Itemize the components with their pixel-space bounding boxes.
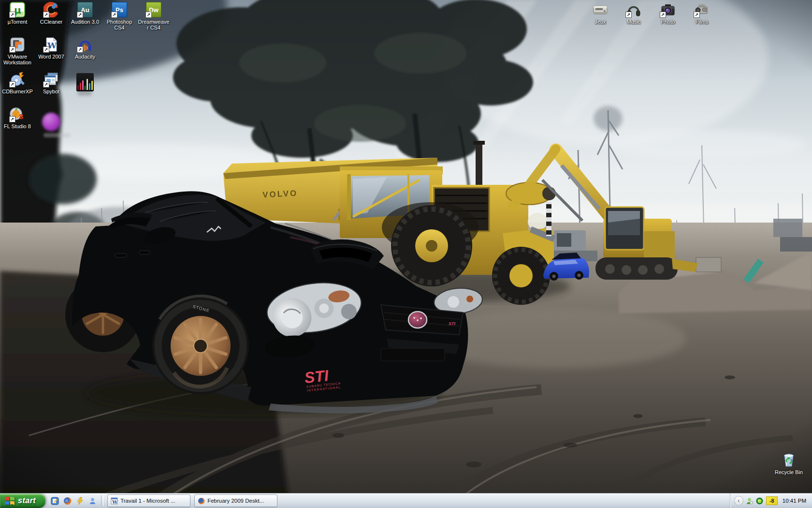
desktop-icon-label: CCleaner [40,19,62,25]
desktop-icon-dreamweaver[interactable]: Dw Dreamweaver CS4 [137,1,170,30]
firefox-icon [198,497,205,505]
shortcut-arrow-icon [77,12,83,18]
camcorder-icon [694,1,710,18]
dreamweaver-icon: Dw [145,1,162,18]
desktop-icon-audition[interactable]: Au Audition 3.0 [69,1,102,25]
taskbar-clock[interactable]: 10:41 PM [783,498,806,504]
desktop-icon-label: Recycle Bin [775,469,803,475]
desktop-icon-flstudio[interactable]: 8 FL Studio 8 [1,106,34,129]
cdburnerxp-icon [9,71,26,88]
desktop-icon-vmware[interactable]: VMware Workstation [1,36,34,65]
utorrent-icon: µ [9,1,26,18]
audacity-icon [77,36,93,53]
messenger-icon[interactable] [88,496,97,505]
icon-reflection [77,90,92,95]
taskbar-window-word[interactable]: W Travail 1 - Microsoft ... [107,494,190,507]
shortcut-arrow-icon [694,12,700,18]
quick-launch-bar [50,496,97,505]
weather-temperature-value: -8 [769,498,774,504]
taskbar-window-firefox[interactable]: February 2009 Deskt... [194,494,277,507]
desktop-icon-audacity[interactable]: Audacity [69,36,102,60]
desktop-icon-label: Dreamweaver CS4 [137,19,170,30]
system-tray: ‹ -8 10:41 PM [730,493,812,508]
desktop-icon-label: µTorrent [8,19,28,25]
desktop-icon-utorrent[interactable]: µ µTorrent [1,1,34,25]
shortcut-arrow-icon [145,12,152,18]
desktop-root: { "desktop": { "icons_left": [ {"name":"… [0,0,812,508]
winamp-icon[interactable] [75,496,84,505]
start-button[interactable]: start [0,493,45,508]
shortcut-arrow-icon [111,12,117,18]
desktop-icon-word2007[interactable]: W Word 2007 [35,36,68,60]
word-document-icon: W [111,497,118,505]
svg-text:W: W [112,499,118,505]
shortcut-arrow-icon [660,12,666,18]
headphones-icon [625,1,642,18]
desktop-icon-ccleaner[interactable]: CCleaner [35,1,68,25]
shortcut-arrow-icon [43,81,49,88]
desktop-icon-label: Audition 3.0 [71,19,99,25]
desktop-icon-label: Audacity [75,54,95,60]
game-console-icon [592,1,609,18]
desktop-icon-label: Films [696,19,708,25]
desktop-icon-label: FL Studio 8 [4,123,31,129]
taskbar: start W Travail 1 - Microsoft . [0,493,812,508]
desktop-icon-label: Spybot [43,89,59,94]
shortcut-arrow-icon [625,12,632,18]
green-status-icon[interactable] [756,497,764,505]
camera-icon [660,1,676,18]
shortcut-arrow-icon [9,116,15,122]
shortcut-arrow-icon [43,46,49,53]
wallpaper-image: VOLVO 702E1 15 [0,0,812,508]
windows-flag-icon [4,496,15,506]
desktop-icon-music[interactable]: Music [617,1,650,25]
desktop-icon-label: VMware Workstation [1,54,34,65]
desktop-icon-label: Music [627,19,641,25]
flstudio-icon: 8 [9,106,26,122]
vignette [0,0,812,508]
messenger-status-icon[interactable] [746,497,754,505]
desktop-icon-jeux[interactable]: Jeux [584,1,617,25]
desktop-icon-label: Jeux [594,19,606,25]
desktop-icon-cdburnerxp[interactable]: CDBurnerXP [1,71,34,94]
taskbar-divider [101,495,103,506]
shortcut-arrow-icon [9,12,15,18]
purple-orb-icon [41,106,62,138]
spybot-icon [43,71,59,88]
shortcut-arrow-icon [9,81,15,88]
desktop-icon-photoshop[interactable]: Ps Photoshop CS4 [103,1,136,30]
desktop-icon-label: Photo [661,19,675,25]
icon-reflection [44,133,71,137]
taskbar-window-title: February 2009 Deskt... [207,498,264,504]
taskbar-window-title: Travail 1 - Microsoft ... [120,498,175,504]
shortcut-arrow-icon [43,12,49,18]
desktop-icon-recycle-bin[interactable]: Recycle Bin [772,452,805,475]
desktop-icon-spybot[interactable]: Spybot [35,71,68,94]
desktop-icon-purple-orb[interactable] [35,106,68,138]
start-button-label: start [18,496,36,505]
desktop-icon-label: CDBurnerXP [2,89,33,94]
shortcut-arrow-icon [9,46,15,53]
recycle-bin-icon [781,452,797,468]
word-icon: W [43,36,59,53]
firefox-icon[interactable] [63,496,72,505]
weather-temperature-badge[interactable]: -8 [766,496,778,505]
desktop-icon-photo[interactable]: Photo [652,1,684,25]
audition-icon: Au [77,1,93,18]
desktop-icon-label: Word 2007 [38,54,64,60]
svg-text:8: 8 [19,113,23,120]
photoshop-icon: Ps [111,1,128,18]
show-desktop-icon[interactable] [50,496,59,505]
desktop-icon-films[interactable]: Films [685,1,718,25]
equalizer-icon [76,71,94,93]
shortcut-arrow-icon [77,46,83,53]
tray-collapse-chevron-icon[interactable]: ‹ [734,496,743,506]
desktop-icon-equalizer[interactable] [69,71,102,93]
desktop-icon-label: Photoshop CS4 [103,19,136,30]
vmware-icon [9,36,26,53]
ccleaner-icon [43,1,59,18]
